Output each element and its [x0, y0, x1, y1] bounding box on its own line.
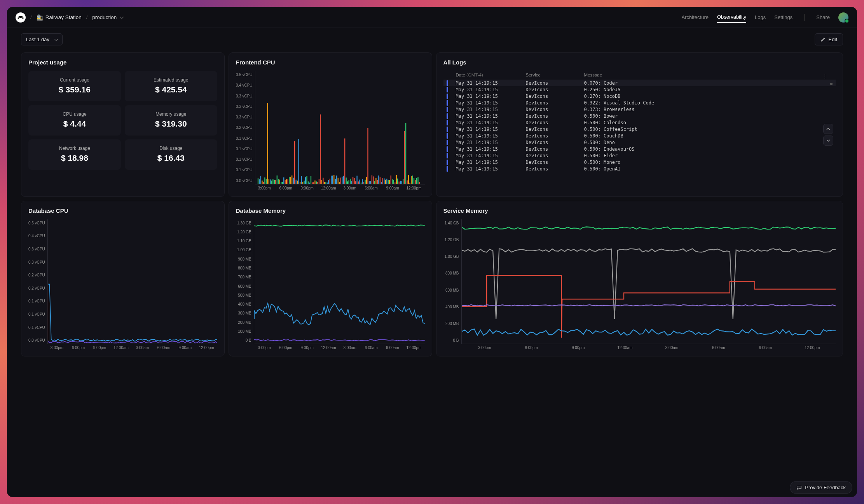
ytick: 200 MB [443, 322, 459, 326]
ytick: 400 MB [443, 305, 459, 309]
tab-observability[interactable]: Observability [717, 12, 746, 23]
log-date: May 31 14:19:15 [456, 127, 526, 132]
log-date: May 31 14:19:15 [456, 107, 526, 112]
log-row[interactable]: May 31 14:19:15DevIcons0.500: Deno [443, 139, 836, 146]
log-row[interactable]: May 31 14:19:15DevIcons0.500: Calendso [443, 119, 836, 126]
svg-rect-99 [392, 179, 393, 184]
ytick: 1.20 GB [443, 238, 459, 242]
svg-rect-53 [329, 179, 330, 184]
log-row[interactable]: May 31 14:19:15DevIcons0.373: Browserles… [443, 106, 836, 113]
log-service: DevIcons [526, 113, 584, 119]
log-row[interactable]: May 31 14:19:15DevIcons0.500: Bower [443, 113, 836, 119]
svg-rect-67 [348, 180, 349, 184]
svg-rect-2 [260, 176, 261, 184]
usage-label: Disk usage [129, 146, 213, 151]
svg-rect-35 [305, 177, 305, 184]
ytick: 0.3 vCPU [236, 115, 253, 119]
ytick: 900 MB [236, 257, 251, 261]
log-row[interactable]: May 31 14:19:15DevIcons0.500: Fider [443, 152, 836, 159]
share-button[interactable]: Share [816, 12, 830, 23]
panel-project-usage: Project usage Current usage$ 359.16Estim… [21, 52, 225, 197]
panel-title: All Logs [443, 59, 836, 66]
svg-rect-118 [417, 177, 418, 184]
avatar[interactable] [838, 12, 848, 23]
ytick: 0.1 vCPU [236, 157, 253, 162]
log-row[interactable]: May 31 14:19:15DevIcons0.322: Visual Stu… [443, 99, 836, 106]
log-severity-bar [447, 166, 448, 172]
log-row[interactable]: May 31 14:19:15DevIcons0.500: OpenAI [443, 165, 836, 172]
chart-plot[interactable] [47, 219, 217, 344]
log-row[interactable]: May 31 14:19:15DevIcons0.500: Monero [443, 159, 836, 165]
tab-architecture[interactable]: Architecture [682, 12, 709, 23]
usage-label: Estimated usage [129, 77, 213, 83]
usage-card: Network usage$ 18.98 [28, 139, 121, 170]
log-severity-bar [447, 140, 448, 145]
environment-selector[interactable]: production [92, 14, 123, 20]
svg-rect-15 [278, 179, 279, 184]
usage-label: Current usage [33, 77, 116, 83]
tab-logs[interactable]: Logs [755, 12, 766, 23]
svg-rect-40 [312, 182, 312, 184]
edit-label: Edit [829, 36, 837, 42]
svg-rect-115 [413, 178, 414, 184]
log-row[interactable]: May 31 14:19:15DevIcons0.270: NocoDB [443, 93, 836, 99]
svg-rect-85 [373, 176, 374, 184]
log-row[interactable]: May 31 14:19:15DevIcons0.250: NodeJS [443, 86, 836, 93]
usage-value: $ 319.30 [129, 119, 213, 129]
usage-label: CPU usage [33, 111, 116, 117]
svg-rect-37 [307, 181, 308, 184]
edit-button[interactable]: Edit [815, 33, 843, 45]
ytick: 0.2 vCPU [28, 286, 45, 290]
log-row[interactable]: May 31 14:19:15DevIcons0.500: CouchDB [443, 132, 836, 139]
tab-settings[interactable]: Settings [774, 12, 792, 23]
xtick: 6:00pm [68, 346, 89, 350]
svg-rect-75 [359, 180, 360, 184]
svg-rect-93 [384, 178, 384, 184]
svg-rect-32 [301, 176, 302, 184]
svg-rect-113 [410, 176, 411, 184]
xtick: 6:00am [695, 346, 742, 350]
xtick: 12:00am [602, 346, 648, 350]
ytick: 1.20 GB [236, 230, 251, 234]
ytick: 500 MB [236, 293, 251, 297]
usage-card: Memory usage$ 319.30 [125, 105, 217, 136]
svg-rect-46 [320, 115, 321, 184]
chart-plot[interactable] [461, 219, 836, 344]
environment-name: production [92, 14, 117, 20]
app-logo[interactable] [16, 12, 26, 23]
log-row[interactable]: May 31 14:19:15DevIcons0.500: CoffeeScri… [443, 126, 836, 132]
time-range-selector[interactable]: Last 1 day [21, 33, 63, 45]
log-severity-bar [447, 127, 448, 132]
log-date: May 31 14:19:15 [456, 133, 526, 139]
ytick: 0.4 vCPU [236, 83, 253, 87]
ytick: 1.30 GB [236, 221, 251, 225]
feedback-button[interactable]: Provide Feedback [790, 481, 852, 494]
svg-rect-94 [385, 180, 386, 184]
xtick: 3:00am [648, 346, 695, 350]
log-service: DevIcons [526, 120, 584, 125]
svg-rect-89 [378, 176, 379, 184]
svg-rect-16 [279, 180, 280, 184]
log-service: DevIcons [526, 140, 584, 145]
svg-rect-68 [350, 179, 351, 184]
svg-rect-14 [276, 176, 277, 184]
chart-plot[interactable] [254, 219, 425, 344]
log-severity-bar [447, 133, 448, 139]
xtick: 12:00pm [403, 186, 425, 190]
log-row[interactable]: May 31 14:19:15DevIcons0.070: Coder [443, 80, 836, 86]
svg-rect-25 [291, 176, 292, 184]
ytick: 0.3 vCPU [28, 260, 45, 264]
xtick: 6:00pm [275, 346, 297, 350]
svg-rect-28 [295, 180, 296, 184]
svg-rect-108 [404, 131, 405, 184]
log-scroll-up-button[interactable] [823, 124, 833, 134]
chart-plot[interactable] [255, 71, 425, 184]
log-scroll-down-button[interactable] [823, 136, 833, 146]
log-row[interactable]: May 31 14:19:15DevIcons0.500: EndeavourO… [443, 146, 836, 152]
svg-rect-12 [274, 180, 274, 184]
breadcrumb-project[interactable]: 🚉 Railway Station [37, 14, 82, 21]
usage-label: Network usage [33, 146, 116, 151]
svg-rect-86 [374, 181, 375, 184]
svg-rect-38 [309, 182, 310, 184]
log-severity-bar [447, 94, 448, 99]
